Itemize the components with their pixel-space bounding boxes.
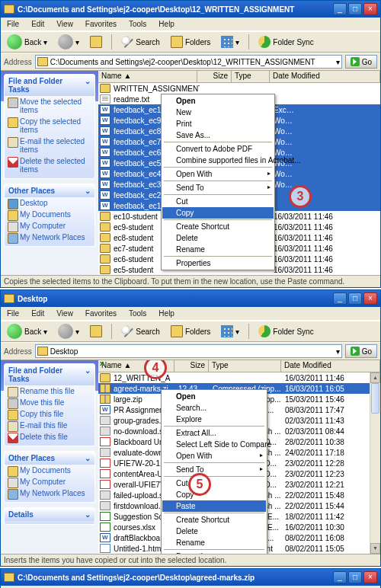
views-button[interactable]: ▾ xyxy=(218,324,242,339)
close-button[interactable]: × xyxy=(363,3,377,15)
back-button[interactable]: Back ▾ xyxy=(4,322,50,340)
views-icon xyxy=(221,36,233,48)
address-field[interactable]: Desktop▾ xyxy=(35,344,342,358)
context-menu[interactable]: OpenSearch...ExploreExtract All...Select… xyxy=(161,389,267,554)
move-items[interactable]: Move the selected items xyxy=(5,96,94,116)
file-icon xyxy=(100,105,110,114)
menu-item[interactable]: Search... xyxy=(162,402,266,414)
menu-item[interactable]: Open With xyxy=(162,450,266,462)
minimize-button[interactable]: _ xyxy=(333,3,347,15)
search-button[interactable]: Search xyxy=(118,34,163,50)
scrollbar[interactable]: ▲▼ xyxy=(370,372,380,554)
col-type[interactable]: Type xyxy=(232,71,270,82)
go-button[interactable]: Go xyxy=(345,344,377,358)
menu-item[interactable]: Print xyxy=(162,118,274,129)
forward-button[interactable]: ▾ xyxy=(55,322,82,340)
menu-view[interactable]: View xyxy=(53,308,76,318)
other-mycomp[interactable]: My Computer xyxy=(5,220,94,232)
file-icon xyxy=(100,126,110,136)
col-size[interactable]: Size xyxy=(197,71,232,82)
file-list[interactable]: Name ▲ Size Type Date Modified WRITTEN_A… xyxy=(98,71,380,275)
menu-item[interactable]: Open xyxy=(162,391,266,402)
menu-favorites[interactable]: Favorites xyxy=(82,19,120,29)
close-button[interactable]: × xyxy=(363,292,377,305)
up-button[interactable] xyxy=(87,324,105,339)
menu-help[interactable]: Help xyxy=(155,19,178,29)
other-mydocs[interactable]: My Documents xyxy=(5,209,94,220)
menu-item[interactable]: Open With xyxy=(162,168,274,180)
menu-item[interactable]: Create Shortcut xyxy=(162,514,266,526)
search-button[interactable]: Search xyxy=(118,324,163,339)
foldersync-button[interactable]: Folder Sync xyxy=(255,34,316,50)
titlebar[interactable]: Desktop _□× xyxy=(1,290,380,307)
menu-item[interactable]: Select Left Side to Compare xyxy=(162,439,266,450)
maximize-button[interactable]: □ xyxy=(348,3,362,15)
panel-header[interactable]: Other Places xyxy=(5,184,94,197)
menu-item[interactable]: Rename xyxy=(162,244,274,255)
delete-items[interactable]: Delete the selected items xyxy=(5,155,94,175)
panel-header[interactable]: File and Folder Tasks xyxy=(5,75,94,96)
menu-item[interactable]: Explore xyxy=(162,414,266,425)
menu-item[interactable]: Convert to Adobe PDF xyxy=(162,143,274,155)
menu-tools[interactable]: Tools xyxy=(126,308,149,318)
minimize-button[interactable]: _ xyxy=(333,292,347,305)
folders-button[interactable]: Folders xyxy=(168,34,213,50)
titlebar[interactable]: C:\Documents and Settings\ej2-cooper\Des… xyxy=(1,1,380,18)
menu-item[interactable]: Properties xyxy=(162,551,266,554)
forward-button[interactable]: ▾ xyxy=(55,33,82,51)
menu-item[interactable]: Save As... xyxy=(162,129,274,141)
file-icon xyxy=(100,201,110,210)
folders-button[interactable]: Folders xyxy=(168,324,213,339)
menu-item[interactable]: Paste xyxy=(162,500,266,512)
col-date[interactable]: Date Modified xyxy=(270,71,380,82)
menu-item[interactable]: Send To xyxy=(162,464,266,475)
menu-item[interactable]: Send To xyxy=(162,182,274,193)
file-list[interactable]: Name ▲ Size Type Date Modified 12_WRITTE… xyxy=(98,360,380,554)
go-button[interactable]: Go xyxy=(345,55,377,69)
menu-item[interactable]: Cut xyxy=(162,478,266,489)
col-name[interactable]: Name ▲ xyxy=(98,71,197,82)
menu-item[interactable]: Delete xyxy=(162,232,274,244)
file-icon xyxy=(100,222,110,232)
menu-file[interactable]: File xyxy=(4,19,22,29)
context-menu[interactable]: OpenNewPrintSave As...Convert to Adobe P… xyxy=(161,94,275,270)
foldersync-button[interactable]: Folder Sync xyxy=(255,324,316,339)
file-row[interactable]: WRITTEN_ASSIGNMENT xyxy=(98,83,380,94)
other-desktop[interactable]: Desktop xyxy=(5,197,94,209)
titlebar[interactable]: C:\Documents and Settings\ej2-cooper\Des… xyxy=(1,569,380,586)
menu-help[interactable]: Help xyxy=(155,308,178,318)
menu-item[interactable]: Open xyxy=(162,95,274,107)
file-icon xyxy=(100,254,110,264)
menu-item[interactable]: Copy xyxy=(162,489,266,500)
menu-item[interactable]: Delete xyxy=(162,526,266,537)
address-field[interactable]: C:\Documents and Settings\ej2-cooper\Des… xyxy=(35,55,342,69)
maximize-button[interactable]: □ xyxy=(348,292,362,305)
file-icon xyxy=(100,448,110,457)
back-button[interactable]: Back ▾ xyxy=(4,33,50,51)
menu-item[interactable]: Copy xyxy=(162,207,274,219)
menu-edit[interactable]: Edit xyxy=(28,308,47,318)
copy-items[interactable]: Copy the selected items xyxy=(5,116,94,136)
up-button[interactable] xyxy=(87,34,105,50)
menu-item[interactable]: Cut xyxy=(162,196,274,207)
menu-file[interactable]: File xyxy=(4,308,22,318)
menu-item[interactable]: New xyxy=(162,107,274,118)
menu-item[interactable]: Extract All... xyxy=(162,427,266,439)
menu-item[interactable]: Properties xyxy=(162,257,274,269)
email-items[interactable]: E-mail the selected items xyxy=(5,136,94,155)
file-icon xyxy=(100,116,110,125)
menu-tools[interactable]: Tools xyxy=(126,19,149,29)
file-row[interactable]: 12_WRITTEN_A16/03/2011 11:46 xyxy=(98,372,380,383)
close-button[interactable]: × xyxy=(363,571,377,583)
menu-edit[interactable]: Edit xyxy=(28,19,47,29)
menu-favorites[interactable]: Favorites xyxy=(82,308,120,318)
other-netplaces[interactable]: My Network Places xyxy=(5,232,94,243)
menu-item[interactable]: Combine supported files in Acrobat... xyxy=(162,155,274,166)
minimize-button[interactable]: _ xyxy=(333,571,347,583)
menu-item[interactable]: Rename xyxy=(162,537,266,548)
menu-view[interactable]: View xyxy=(53,19,76,29)
menu-item[interactable]: Create Shortcut xyxy=(162,221,274,232)
folder-icon xyxy=(4,294,14,303)
views-button[interactable]: ▾ xyxy=(218,34,242,50)
maximize-button[interactable]: □ xyxy=(348,571,362,583)
